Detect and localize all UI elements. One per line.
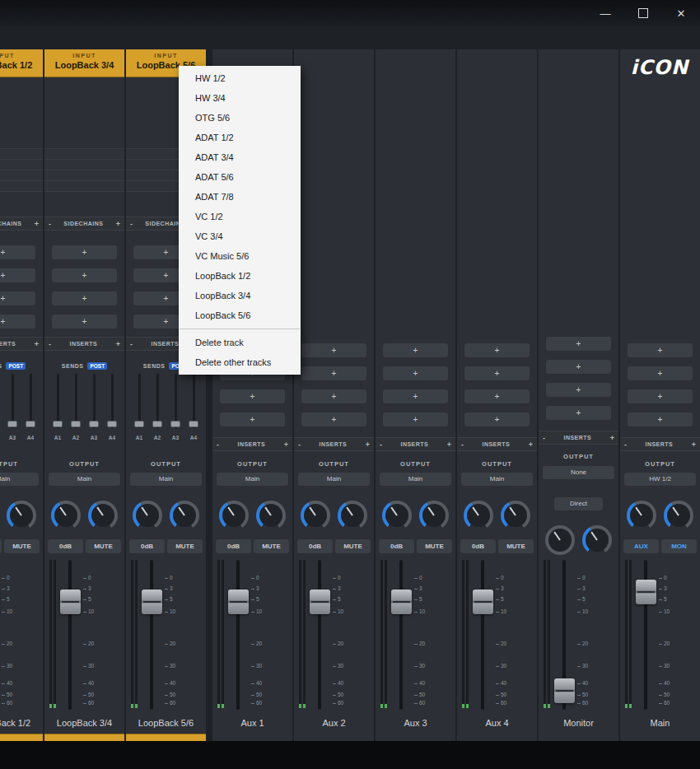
mute-button[interactable]: MUTE <box>254 539 289 553</box>
inserts-bar[interactable]: - INSERTS + <box>620 437 700 451</box>
title-bar[interactable]: — ✕ <box>0 0 700 26</box>
inserts-remove-icon[interactable]: - <box>624 440 627 449</box>
mute-button[interactable]: MUTE <box>86 539 121 553</box>
add-slot-button[interactable]: + <box>628 366 693 380</box>
add-slot-button[interactable]: + <box>383 389 448 403</box>
add-slot-button[interactable]: + <box>464 343 530 357</box>
channel-knob-right[interactable] <box>256 501 286 530</box>
inserts-add-icon[interactable]: + <box>447 440 451 449</box>
inserts-remove-icon[interactable]: - <box>543 434 545 442</box>
post-toggle[interactable]: POST <box>87 362 107 370</box>
context-menu-item[interactable]: LoopBack 1/2 <box>179 266 301 286</box>
volume-fader-handle[interactable] <box>310 590 330 614</box>
add-slot-button[interactable]: + <box>383 366 448 380</box>
inserts-remove-icon[interactable]: - <box>380 440 382 449</box>
volume-fader-track[interactable] <box>150 560 153 710</box>
module-row[interactable] <box>44 160 124 170</box>
inserts-bar[interactable]: - INSERTS + <box>376 437 455 451</box>
inserts-add-icon[interactable]: + <box>35 340 39 348</box>
output-select-button[interactable]: Main <box>461 473 533 486</box>
inserts-bar[interactable]: - INSERTS + <box>539 431 618 445</box>
channel-knob-left[interactable] <box>219 501 249 530</box>
output-select-button[interactable]: Main <box>49 473 120 486</box>
inserts-add-icon[interactable]: + <box>692 440 696 449</box>
add-slot-button[interactable]: + <box>546 360 611 374</box>
channel-knob-right[interactable] <box>170 501 199 530</box>
post-toggle[interactable]: POST <box>6 362 26 370</box>
gain-reset-button[interactable]: 0dB <box>216 539 251 553</box>
output-select-button[interactable]: Main <box>130 473 202 486</box>
output-select-button[interactable]: Main <box>298 473 370 486</box>
volume-fader-track[interactable] <box>68 560 72 710</box>
close-button[interactable]: ✕ <box>662 0 700 26</box>
channel-knob-left[interactable] <box>133 501 162 530</box>
output-select-button[interactable]: HW 1/2 <box>624 473 696 486</box>
gain-reset-button[interactable]: 0dB <box>460 539 496 553</box>
send-slot[interactable]: A4 <box>22 372 39 448</box>
add-slot-button[interactable]: + <box>464 389 530 403</box>
send-slot[interactable]: A3 <box>167 372 184 448</box>
volume-fader-handle[interactable] <box>60 590 81 614</box>
module-row[interactable] <box>0 170 43 181</box>
channel-knob-right[interactable] <box>88 501 118 530</box>
add-slot-button[interactable]: + <box>464 412 530 426</box>
mute-button[interactable]: MUTE <box>498 539 534 553</box>
module-row[interactable] <box>44 149 124 160</box>
add-slot-button[interactable]: + <box>52 268 117 282</box>
sidechains-add-icon[interactable]: + <box>35 220 39 228</box>
send-slot[interactable]: A3 <box>4 372 21 448</box>
mute-button[interactable]: MUTE <box>167 539 203 553</box>
inserts-remove-icon[interactable]: - <box>130 340 133 348</box>
add-slot-button[interactable]: + <box>220 389 285 403</box>
send-fader-handle[interactable] <box>189 421 198 427</box>
send-fader-handle[interactable] <box>53 421 63 427</box>
context-menu-item[interactable]: ADAT 3/4 <box>179 147 301 167</box>
volume-fader-track[interactable] <box>399 560 403 710</box>
add-slot-button[interactable]: + <box>383 412 448 426</box>
send-slot[interactable]: A4 <box>185 372 202 448</box>
add-slot-button[interactable]: + <box>546 337 611 351</box>
gain-reset-button[interactable]: 0dB <box>297 539 333 553</box>
context-menu-item[interactable]: ADAT 1/2 <box>179 128 301 147</box>
send-slot[interactable]: A2 <box>149 372 166 448</box>
context-menu-item[interactable]: HW 1/2 <box>179 68 301 88</box>
add-slot-button[interactable]: + <box>301 343 366 357</box>
gain-reset-button[interactable]: 0dB <box>129 539 165 553</box>
inserts-bar[interactable]: - INSERTS + <box>44 337 124 351</box>
add-slot-button[interactable]: + <box>628 412 693 426</box>
channel-knob-right[interactable] <box>419 501 449 530</box>
module-row[interactable] <box>44 181 124 192</box>
context-menu-item[interactable]: ADAT 7/8 <box>179 187 301 207</box>
output-select-button[interactable]: None <box>543 466 614 479</box>
sidechains-remove-icon[interactable]: - <box>49 220 51 228</box>
add-slot-button[interactable]: + <box>546 406 611 420</box>
add-slot-button[interactable]: + <box>220 412 285 426</box>
module-row[interactable] <box>0 160 43 170</box>
module-row[interactable] <box>44 170 124 181</box>
input-source-header[interactable]: INPUT LoopBack 3/4 <box>44 49 124 77</box>
volume-fader-handle[interactable] <box>636 580 656 604</box>
inserts-remove-icon[interactable]: - <box>49 340 51 348</box>
context-menu-item[interactable]: VC 1/2 <box>179 207 301 226</box>
gain-reset-button[interactable]: 0dB <box>379 539 414 553</box>
send-slot[interactable]: A4 <box>104 372 120 448</box>
inserts-remove-icon[interactable]: - <box>461 440 464 449</box>
channel-knob-left[interactable] <box>301 501 330 530</box>
output-select-button[interactable]: Main <box>0 473 39 486</box>
inserts-bar[interactable]: - INSERTS + <box>294 437 374 451</box>
sidechains-bar[interactable]: - SIDECHAINS + <box>0 217 43 231</box>
direct-monitor-button[interactable]: Direct <box>554 497 603 510</box>
volume-fader-track[interactable] <box>318 560 321 710</box>
maximize-button[interactable] <box>624 0 662 26</box>
add-slot-button[interactable]: + <box>301 366 366 380</box>
add-slot-button[interactable]: + <box>628 343 693 357</box>
send-slot[interactable]: A2 <box>0 372 2 448</box>
sidechains-add-icon[interactable]: + <box>116 220 120 228</box>
inserts-bar[interactable]: - INSERTS + <box>457 437 537 451</box>
channel-knob-left[interactable] <box>382 501 412 530</box>
send-fader-handle[interactable] <box>89 421 99 427</box>
add-slot-button[interactable]: + <box>383 343 448 357</box>
sidechains-remove-icon[interactable]: - <box>130 220 133 228</box>
volume-fader-handle[interactable] <box>142 590 162 614</box>
send-fader-handle[interactable] <box>134 421 144 427</box>
